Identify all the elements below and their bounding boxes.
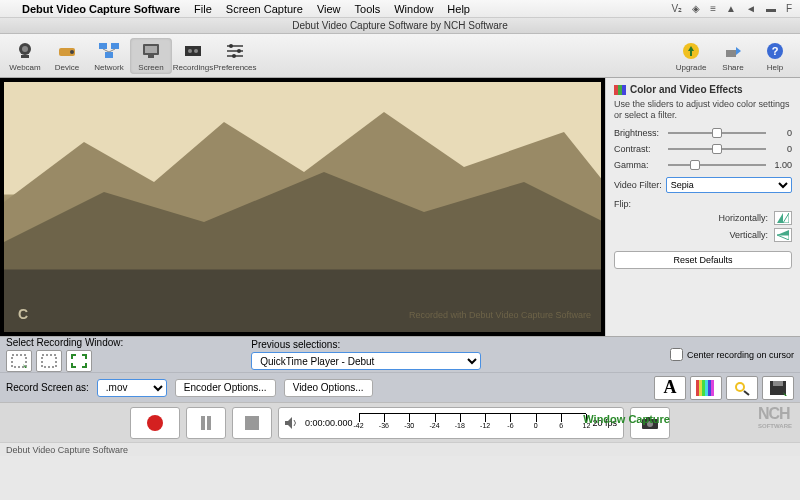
capture-mode-label: Window Capture [583, 413, 670, 425]
recordings-icon [182, 40, 204, 62]
svg-point-12 [188, 49, 192, 53]
video-filter-select[interactable]: Sepia [666, 177, 792, 193]
center-on-cursor-checkbox[interactable]: Center recording on cursor [670, 348, 794, 361]
svg-marker-54 [285, 417, 292, 429]
video-preview: Recorded with Debut Video Capture Softwa… [0, 78, 605, 336]
svg-rect-29 [618, 85, 622, 95]
svg-rect-30 [622, 85, 626, 95]
svg-rect-43 [711, 380, 714, 396]
menu-view[interactable]: View [317, 3, 341, 15]
reset-defaults-button[interactable]: Reset Defaults [614, 251, 792, 269]
gamma-slider[interactable] [668, 159, 766, 171]
toolbar-network[interactable]: Network [88, 38, 130, 74]
select-fullscreen-button[interactable] [66, 350, 92, 372]
flip-label: Flip: [614, 199, 792, 209]
svg-rect-5 [99, 43, 107, 49]
svg-rect-37 [42, 355, 56, 367]
network-icon [98, 40, 120, 62]
svg-rect-48 [773, 381, 783, 386]
magnify-button[interactable] [726, 376, 758, 400]
text-overlay-button[interactable]: A [654, 376, 686, 400]
timeline-ruler[interactable]: -42-36-30-24-18-12-60612 [359, 413, 587, 433]
screen-icon [140, 40, 162, 62]
mac-menubar: Debut Video Capture Software File Screen… [0, 0, 800, 18]
svg-rect-21 [726, 50, 736, 57]
watermark-text: Recorded with Debut Video Capture Softwa… [409, 310, 591, 320]
menu-help[interactable]: Help [447, 3, 470, 15]
svg-rect-28 [614, 85, 618, 95]
wifi-icon: ◈ [692, 3, 700, 14]
menu-tools[interactable]: Tools [355, 3, 381, 15]
record-button[interactable] [130, 407, 180, 439]
preferences-icon [224, 40, 246, 62]
flip-vertical-label: Vertically: [729, 230, 768, 240]
nch-logo: NCHSOFTWARE [758, 405, 792, 429]
video-options-button[interactable]: Video Options... [284, 379, 373, 397]
toolbar-preferences[interactable]: Preferences [214, 38, 256, 74]
svg-marker-34 [777, 235, 789, 240]
format-band: Record Screen as: .mov Encoder Options..… [0, 372, 800, 402]
brightness-slider[interactable] [668, 127, 766, 139]
stop-button[interactable] [232, 407, 272, 439]
svg-rect-9 [145, 46, 157, 53]
speaker-icon[interactable] [285, 417, 299, 429]
save-disk-button[interactable] [762, 376, 794, 400]
svg-rect-51 [201, 416, 205, 430]
toolbar: Webcam Device Network Screen Recordings … [0, 34, 800, 78]
svg-rect-27 [4, 270, 601, 333]
menu-screen-capture[interactable]: Screen Capture [226, 3, 303, 15]
menu-window[interactable]: Window [394, 3, 433, 15]
gamma-value: 1.00 [770, 160, 792, 170]
select-window-button-1[interactable] [6, 350, 32, 372]
selection-band: Select Recording Window: Previous select… [0, 336, 800, 372]
svg-rect-10 [148, 55, 154, 58]
previous-selections-label: Previous selections: [251, 339, 481, 350]
format-select[interactable]: .mov [97, 379, 167, 397]
brightness-value: 0 [770, 128, 792, 138]
svg-point-17 [229, 44, 233, 48]
svg-rect-52 [207, 416, 211, 430]
vnc-icon: V₂ [672, 3, 683, 14]
menu-file[interactable]: File [194, 3, 212, 15]
share-icon [722, 40, 744, 62]
gamma-label: Gamma: [614, 160, 664, 170]
effects-panel: Color and Video Effects Use the sliders … [605, 78, 800, 336]
window-title: Debut Video Capture Software by NCH Soft… [0, 18, 800, 34]
svg-line-46 [744, 391, 749, 395]
toolbar-device[interactable]: Device [46, 38, 88, 74]
toolbar-webcam[interactable]: Webcam [4, 38, 46, 74]
svg-rect-6 [111, 43, 119, 49]
menubar-right: V₂ ◈ ≡ ▲ ◄ ▬ F [672, 3, 792, 14]
contrast-value: 0 [770, 144, 792, 154]
svg-rect-38 [696, 380, 699, 396]
toolbar-upgrade[interactable]: Upgrade [670, 38, 712, 74]
toolbar-help[interactable]: ? Help [754, 38, 796, 74]
f-icon: F [786, 3, 792, 14]
toolbar-screen[interactable]: Screen [130, 38, 172, 74]
previous-selections-select[interactable]: QuickTime Player - Debut [251, 352, 481, 370]
volume-icon: ◄ [746, 3, 756, 14]
battery-icon: ▲ [726, 3, 736, 14]
timeline: 0:00:00.000 -42-36-30-24-18-12-60612 20 … [278, 407, 624, 439]
contrast-slider[interactable] [668, 143, 766, 155]
timeline-time: 0:00:00.000 [305, 418, 353, 428]
svg-rect-53 [245, 416, 259, 430]
menubar-app-name[interactable]: Debut Video Capture Software [22, 3, 180, 15]
flag-icon: ▬ [766, 3, 776, 14]
flip-horizontal-label: Horizontally: [718, 213, 768, 223]
svg-marker-32 [783, 213, 789, 223]
color-bars-button[interactable] [690, 376, 722, 400]
flip-vertical-button[interactable] [774, 228, 792, 242]
select-window-button-2[interactable] [36, 350, 62, 372]
toolbar-recordings[interactable]: Recordings [172, 38, 214, 74]
toolbar-share[interactable]: Share [712, 38, 754, 74]
effects-header: Color and Video Effects [630, 84, 743, 95]
svg-point-45 [737, 384, 743, 390]
bars-icon: ≡ [710, 3, 716, 14]
record-as-label: Record Screen as: [6, 382, 89, 393]
svg-rect-7 [105, 52, 113, 58]
pause-button[interactable] [186, 407, 226, 439]
encoder-options-button[interactable]: Encoder Options... [175, 379, 276, 397]
svg-rect-40 [702, 380, 705, 396]
flip-horizontal-button[interactable] [774, 211, 792, 225]
